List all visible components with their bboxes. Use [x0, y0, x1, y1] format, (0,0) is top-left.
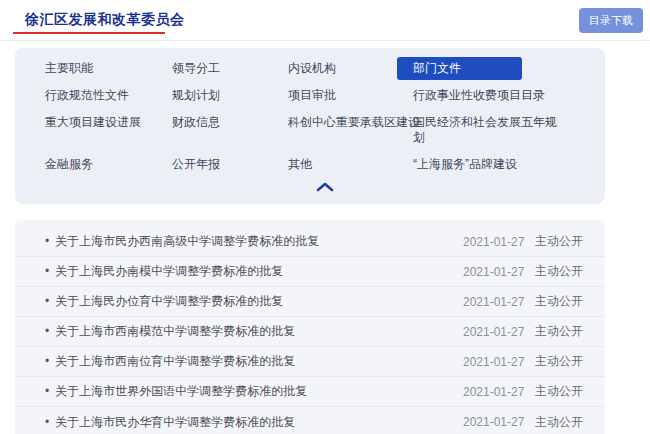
document-date: 2021-01-27	[463, 385, 533, 399]
title-underline	[13, 32, 165, 34]
document-date: 2021-01-27	[463, 295, 533, 309]
download-directory-button[interactable]: 目录下载	[579, 8, 643, 33]
document-date: 2021-01-27	[463, 355, 533, 369]
document-access-label: 主动公开	[533, 414, 583, 431]
menu-item-11[interactable]: 国民经济和社会发展五年规划	[413, 115, 565, 145]
document-date: 2021-01-27	[463, 235, 533, 249]
menu-item-14[interactable]: 其他	[288, 157, 413, 172]
document-access-label: 主动公开	[533, 263, 583, 280]
document-date: 2021-01-27	[463, 325, 533, 339]
document-list: 关于上海市民办西南高级中学调整学费标准的批复2021-01-27主动公开关于上海…	[15, 220, 605, 434]
document-link[interactable]: 关于上海市民办西南高级中学调整学费标准的批复	[45, 233, 463, 250]
document-access-label: 主动公开	[533, 323, 583, 340]
chevron-up-icon	[316, 180, 334, 195]
menu-item-4[interactable]: 行政规范性文件	[45, 88, 172, 103]
menu-item-2[interactable]: 内设机构	[288, 61, 413, 76]
collapse-menu-button[interactable]	[306, 178, 344, 197]
table-row: 关于上海市西南模范中学调整学费标准的批复2021-01-27主动公开	[15, 317, 605, 347]
table-row: 关于上海市民办华育中学调整学费标准的批复2021-01-27主动公开	[15, 407, 605, 434]
menu-item-15[interactable]: “上海服务”品牌建设	[413, 157, 565, 172]
document-access-label: 主动公开	[533, 233, 583, 250]
document-link[interactable]: 关于上海市世界外国语中学调整学费标准的批复	[45, 383, 463, 400]
menu-item-8[interactable]: 重大项目建设进展	[45, 115, 172, 130]
menu-item-13[interactable]: 公开年报	[172, 157, 288, 172]
document-link[interactable]: 关于上海市民办华育中学调整学费标准的批复	[45, 414, 463, 431]
menu-item-0[interactable]: 主要职能	[45, 61, 172, 76]
document-access-label: 主动公开	[533, 293, 583, 310]
page-title: 徐汇区发展和改革委员会	[25, 11, 185, 29]
menu-item-6[interactable]: 项目审批	[288, 88, 413, 103]
document-access-label: 主动公开	[533, 353, 583, 370]
menu-item-1[interactable]: 领导分工	[172, 61, 288, 76]
document-link[interactable]: 关于上海市西南模范中学调整学费标准的批复	[45, 323, 463, 340]
menu-item-5[interactable]: 规划计划	[172, 88, 288, 103]
document-date: 2021-01-27	[463, 415, 533, 429]
table-row: 关于上海市西南位育中学调整学费标准的批复2021-01-27主动公开	[15, 347, 605, 377]
menu-item-10[interactable]: 科创中心重要承载区建设	[288, 115, 413, 130]
menu-grid: 主要职能领导分工内设机构部门文件行政规范性文件规划计划项目审批行政事业性收费项目…	[45, 61, 605, 172]
document-access-label: 主动公开	[533, 383, 583, 400]
document-date: 2021-01-27	[463, 265, 533, 279]
menu-item-7[interactable]: 行政事业性收费项目目录	[413, 88, 565, 103]
menu-item-12[interactable]: 金融服务	[45, 157, 172, 172]
table-row: 关于上海市世界外国语中学调整学费标准的批复2021-01-27主动公开	[15, 377, 605, 407]
page-header: 徐汇区发展和改革委员会 目录下载	[0, 0, 650, 41]
table-row: 关于上海民办南模中学调整学费标准的批复2021-01-27主动公开	[15, 257, 605, 287]
table-row: 关于上海民办位育中学调整学费标准的批复2021-01-27主动公开	[15, 287, 605, 317]
document-link[interactable]: 关于上海市西南位育中学调整学费标准的批复	[45, 353, 463, 370]
document-link[interactable]: 关于上海民办位育中学调整学费标准的批复	[45, 293, 463, 310]
category-menu-panel: 主要职能领导分工内设机构部门文件行政规范性文件规划计划项目审批行政事业性收费项目…	[15, 48, 605, 204]
menu-item-9[interactable]: 财政信息	[172, 115, 288, 130]
document-link[interactable]: 关于上海民办南模中学调整学费标准的批复	[45, 263, 463, 280]
menu-item-3-active[interactable]: 部门文件	[397, 57, 522, 80]
table-row: 关于上海市民办西南高级中学调整学费标准的批复2021-01-27主动公开	[15, 227, 605, 257]
